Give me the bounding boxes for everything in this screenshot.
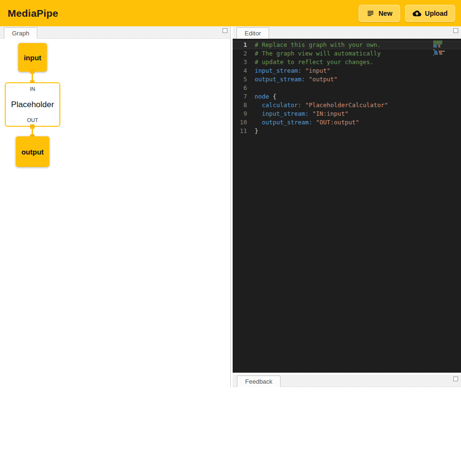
minimap-line — [433, 55, 453, 56]
minimap-line — [433, 45, 453, 46]
code-line[interactable]: 9 input_stream: "IN:input" — [233, 110, 461, 118]
maximize-icon[interactable] — [453, 376, 458, 381]
line-number: 7 — [233, 92, 255, 101]
code-line[interactable]: 4input_stream: "input" — [233, 66, 461, 75]
app-title: MediaPipe — [8, 8, 58, 19]
code-text[interactable]: calculator: "PlaceholderCalculator" — [255, 101, 388, 110]
upload-button-label: Upload — [425, 10, 448, 17]
code-text[interactable]: # update to reflect your changes. — [255, 58, 373, 66]
minimap-line — [433, 51, 453, 52]
maximize-icon[interactable] — [223, 28, 227, 33]
code-line[interactable]: 10 output_stream: "OUT:output" — [233, 118, 461, 127]
app-header: MediaPipe New Upload — [0, 0, 461, 26]
line-number: 9 — [233, 110, 255, 118]
graph-tab[interactable]: Graph — [4, 27, 37, 39]
code-text[interactable]: } — [255, 127, 259, 135]
code-text[interactable]: output_stream: "output" — [255, 75, 337, 84]
header-actions: New Upload — [359, 5, 455, 22]
minimap-line — [433, 41, 453, 42]
code-text[interactable]: # Replace this graph with your own. — [255, 41, 381, 49]
minimap-line — [433, 52, 453, 53]
code-line[interactable]: 6 — [233, 84, 461, 92]
graph-node-label: input — [24, 54, 42, 62]
graph-panel: Graph input IN Placeholder OUT — [0, 26, 231, 387]
graph-node-label: output — [22, 148, 44, 156]
code-text[interactable]: node { — [255, 92, 276, 101]
line-number: 2 — [233, 49, 255, 58]
line-number: 10 — [233, 118, 255, 127]
line-number: 4 — [233, 66, 255, 75]
code-text[interactable]: output_stream: "OUT:output" — [255, 118, 359, 127]
code-text[interactable]: input_stream: "IN:input" — [255, 110, 349, 118]
line-number: 6 — [233, 84, 255, 92]
code-line[interactable]: 3# update to reflect your changes. — [233, 58, 461, 66]
line-number: 1 — [233, 41, 255, 49]
graph-node-output[interactable]: output — [16, 136, 49, 167]
code-line[interactable]: 1# Replace this graph with your own. — [233, 41, 461, 49]
editor-panel-header: Editor — [233, 26, 461, 39]
feedback-panel: Feedback — [233, 375, 461, 387]
graph-node-input[interactable]: input — [18, 43, 47, 72]
graph-node-placeholder[interactable]: IN Placeholder OUT — [5, 82, 60, 127]
minimap-line — [433, 44, 453, 44]
new-button-label: New — [379, 10, 393, 17]
code-text[interactable]: input_stream: "input" — [255, 66, 330, 75]
line-number: 8 — [233, 101, 255, 110]
code-line[interactable]: 7node { — [233, 92, 461, 101]
editor-tab[interactable]: Editor — [236, 27, 269, 39]
minimap[interactable] — [433, 41, 453, 56]
right-column: Editor 1# Replace this graph with your o… — [231, 26, 461, 387]
code-line[interactable]: 8 calculator: "PlaceholderCalculator" — [233, 101, 461, 110]
code-line[interactable]: 5output_stream: "output" — [233, 75, 461, 84]
cloud-upload-icon — [413, 9, 421, 18]
line-number: 11 — [233, 127, 255, 135]
minimap-line — [433, 48, 453, 49]
graph-canvas[interactable]: input IN Placeholder OUT output — [0, 39, 230, 387]
out-port-label: OUT — [27, 117, 38, 123]
maximize-icon[interactable] — [453, 28, 458, 33]
minimap-line — [433, 42, 453, 43]
feedback-panel-header: Feedback — [233, 375, 461, 387]
app-root: MediaPipe New Upload Graph — [0, 0, 461, 387]
minimap-line — [433, 54, 453, 55]
menu-icon — [366, 9, 375, 18]
line-number: 5 — [233, 75, 255, 84]
minimap-line — [433, 46, 453, 47]
minimap-line — [433, 49, 453, 50]
main-area: Graph input IN Placeholder OUT — [0, 26, 461, 387]
graph-panel-header: Graph — [0, 26, 230, 39]
code-line[interactable]: 11} — [233, 127, 461, 135]
in-port-label: IN — [30, 86, 35, 92]
editor-panel: Editor 1# Replace this graph with your o… — [233, 26, 461, 373]
line-number: 3 — [233, 58, 255, 66]
upload-button[interactable]: Upload — [405, 5, 455, 22]
feedback-tab[interactable]: Feedback — [237, 376, 281, 387]
code-editor[interactable]: 1# Replace this graph with your own.2# T… — [233, 39, 461, 373]
code-line[interactable]: 2# The graph view will automatically — [233, 49, 461, 58]
code-lines: 1# Replace this graph with your own.2# T… — [233, 41, 461, 135]
graph-node-label: Placeholder — [11, 100, 54, 110]
code-text[interactable]: # The graph view will automatically — [255, 49, 381, 58]
new-button[interactable]: New — [359, 5, 400, 22]
